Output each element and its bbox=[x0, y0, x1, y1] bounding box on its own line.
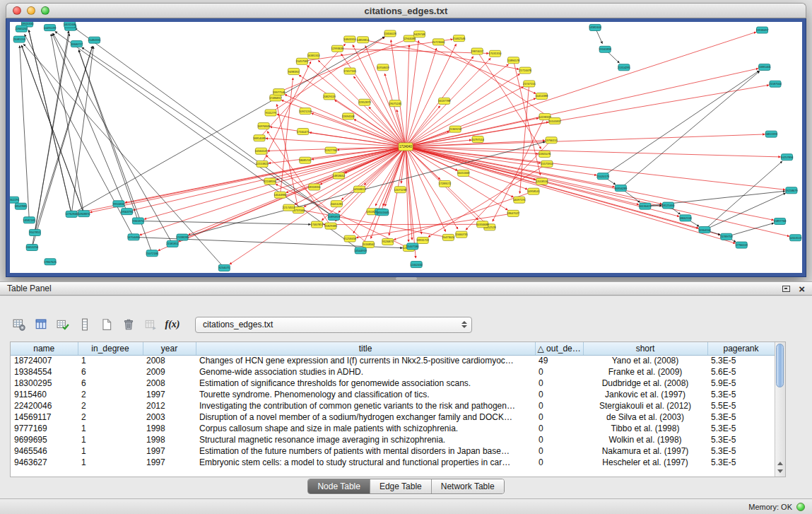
graph-edge[interactable] bbox=[406, 134, 765, 147]
tab-edge-table[interactable]: Edge Table bbox=[370, 479, 431, 493]
table-cell: 5.3E-5 bbox=[707, 457, 775, 468]
graph-edge[interactable] bbox=[281, 100, 406, 147]
column-header-title[interactable]: title bbox=[196, 342, 535, 355]
vertical-scrollbar[interactable] bbox=[775, 342, 785, 477]
column-header-out_de[interactable]: △ out_de… bbox=[535, 342, 583, 355]
table-row[interactable]: 969969511998Structural magnetic resonanc… bbox=[11, 434, 775, 445]
table-cell: 1 bbox=[78, 434, 143, 445]
graph-edge[interactable] bbox=[35, 31, 69, 233]
graph-edge[interactable] bbox=[52, 33, 127, 211]
graph-node-label: 17766119 bbox=[735, 243, 748, 247]
table-row[interactable]: 2242004622012Investigating the contribut… bbox=[11, 400, 775, 411]
graph-edge[interactable] bbox=[406, 146, 774, 220]
column-header-short[interactable]: short bbox=[583, 342, 707, 355]
graph-edge[interactable] bbox=[406, 64, 509, 147]
graph-edge[interactable] bbox=[353, 76, 406, 147]
graph-edge[interactable] bbox=[406, 146, 781, 156]
graph-edge[interactable] bbox=[312, 113, 406, 146]
close-panel-icon[interactable]: × bbox=[799, 284, 805, 294]
graph-edge[interactable] bbox=[603, 71, 759, 176]
graph-edge[interactable] bbox=[51, 34, 83, 214]
graph-edge[interactable] bbox=[266, 139, 406, 147]
table-cell: 1 bbox=[78, 355, 143, 366]
column-header-name[interactable]: name bbox=[11, 342, 78, 355]
graph-edge[interactable] bbox=[90, 146, 406, 212]
scrollbar-thumb[interactable] bbox=[776, 344, 784, 387]
table-cell: 0 bbox=[535, 457, 583, 468]
minimize-window-button[interactable] bbox=[27, 6, 35, 15]
table-cell: 9777169 bbox=[11, 423, 78, 434]
graph-node-label: 10414388 bbox=[536, 94, 549, 98]
zoom-window-button[interactable] bbox=[41, 6, 49, 15]
edit-table-button[interactable] bbox=[54, 315, 72, 334]
graph-edge[interactable] bbox=[406, 146, 789, 236]
graph-node-label: 16814089 bbox=[253, 136, 266, 140]
graph-edge[interactable] bbox=[726, 223, 774, 237]
table-row[interactable]: 946554611997Estimation of the future num… bbox=[11, 445, 775, 457]
row-options-button[interactable] bbox=[76, 315, 94, 334]
table-row[interactable]: 946362711997Embryonic stem cells: a mode… bbox=[11, 457, 775, 468]
scroll-up-icon[interactable] bbox=[777, 462, 783, 465]
table-cell: Yano et al. (2008) bbox=[583, 355, 707, 366]
table-toolbar: f(x) citations_edges.txt bbox=[10, 313, 472, 336]
graph-edge[interactable] bbox=[20, 46, 30, 221]
graph-edge[interactable] bbox=[138, 221, 310, 224]
graph-edge[interactable] bbox=[391, 40, 406, 146]
import-table-button[interactable] bbox=[141, 315, 160, 334]
graph-edge[interactable] bbox=[295, 146, 406, 204]
table-row[interactable]: 1456911722003Disruption of a novel membe… bbox=[11, 411, 775, 423]
table-cell: Dudbridge et al. (2008) bbox=[583, 378, 707, 389]
graph-edge[interactable] bbox=[353, 45, 406, 146]
splitter-handle[interactable] bbox=[396, 277, 417, 280]
column-header-year[interactable]: year bbox=[143, 342, 196, 355]
scroll-down-icon[interactable] bbox=[777, 469, 783, 473]
graph-edge[interactable] bbox=[406, 146, 446, 231]
graph-edge[interactable] bbox=[406, 48, 437, 146]
graph-edge[interactable] bbox=[406, 98, 536, 146]
graph-edge[interactable] bbox=[71, 37, 384, 214]
graph-edge[interactable] bbox=[55, 31, 360, 250]
graph-edge[interactable] bbox=[334, 100, 406, 146]
table-row[interactable]: 1830029562008Estimation of significance … bbox=[11, 378, 775, 389]
table-cell: 19384554 bbox=[11, 366, 78, 378]
tab-node-table[interactable]: Node Table bbox=[308, 479, 370, 493]
graph-edge[interactable] bbox=[32, 46, 93, 247]
float-panel-icon[interactable] bbox=[782, 286, 790, 292]
graph-edge[interactable] bbox=[406, 146, 508, 210]
column-header-pagerank[interactable]: pagerank bbox=[707, 342, 775, 355]
graph-edge[interactable] bbox=[406, 146, 527, 189]
function-builder-button[interactable]: f(x) bbox=[163, 315, 182, 334]
table-row[interactable]: 1938455462009Genome-wide association stu… bbox=[11, 366, 775, 378]
graph-edge[interactable] bbox=[406, 146, 412, 240]
graph-edge[interactable] bbox=[409, 38, 536, 93]
table-row[interactable]: 911546021997Tourette syndrome. Phenomeno… bbox=[11, 389, 775, 400]
graph-edge[interactable] bbox=[406, 87, 524, 147]
graph-edge[interactable] bbox=[620, 71, 759, 188]
graph-node-label: 21747155 bbox=[523, 82, 536, 86]
graph-edge[interactable] bbox=[406, 85, 769, 146]
table-row[interactable]: 1872400712008Changes of HCN gene express… bbox=[11, 355, 775, 366]
graph-edge[interactable] bbox=[406, 146, 736, 243]
table-row[interactable]: 977716911998Corpus callosum shape and si… bbox=[11, 423, 775, 434]
tab-network-table[interactable]: Network Table bbox=[431, 479, 504, 493]
graph-edge[interactable] bbox=[406, 146, 662, 204]
new-column-button[interactable] bbox=[98, 315, 116, 334]
close-window-button[interactable] bbox=[13, 6, 21, 15]
network-graph[interactable]: 1376615111845076155759101201851614958141… bbox=[10, 22, 802, 273]
table-options-button[interactable] bbox=[10, 315, 28, 334]
delete-column-button[interactable] bbox=[119, 315, 138, 334]
graph-edge[interactable] bbox=[406, 74, 520, 146]
graph-edge[interactable] bbox=[365, 46, 406, 147]
graph-node-label: 11656028 bbox=[384, 32, 396, 35]
graph-node-label: 10560147 bbox=[255, 149, 269, 153]
graph-edge[interactable] bbox=[35, 46, 92, 233]
table-selector-combobox[interactable]: citations_edges.txt bbox=[195, 317, 472, 333]
graph-edge[interactable] bbox=[178, 146, 406, 241]
show-columns-button[interactable] bbox=[32, 315, 50, 334]
table-cell: 2008 bbox=[143, 378, 196, 389]
graph-edge[interactable] bbox=[406, 69, 758, 147]
column-header-in_degree[interactable]: in_degree bbox=[78, 342, 143, 355]
window-titlebar[interactable]: citations_edges.txt bbox=[6, 3, 806, 18]
graph-edge[interactable] bbox=[354, 119, 406, 147]
graph-edge[interactable] bbox=[78, 50, 138, 221]
